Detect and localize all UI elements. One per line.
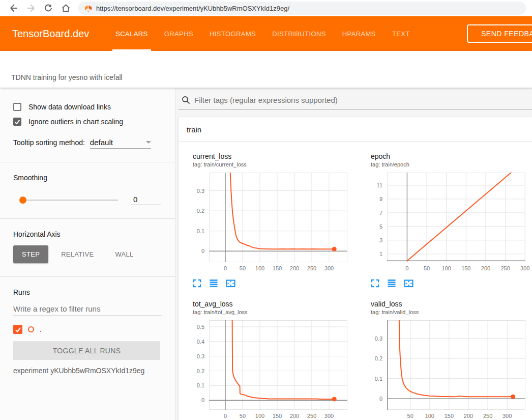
tab-text[interactable]: TEXT bbox=[384, 16, 418, 51]
y-tick-label: 0.1 bbox=[375, 376, 382, 382]
x-tick-label: 250 bbox=[307, 265, 316, 271]
x-tick-label: 50 bbox=[407, 413, 413, 419]
horizontal-axis-buttons: STEPRELATIVEWALL bbox=[13, 245, 161, 263]
smoothing-slider[interactable] bbox=[20, 200, 118, 201]
filter-tags-input[interactable] bbox=[194, 96, 532, 104]
experiment-header: TDNN training for yesno with icefall bbox=[0, 51, 532, 88]
show-download-links-checkbox[interactable] bbox=[13, 103, 21, 111]
run-name: . bbox=[40, 326, 42, 333]
x-tick-label: 0 bbox=[405, 265, 408, 271]
check-icon bbox=[14, 119, 20, 125]
filter-tags-row bbox=[179, 88, 532, 109]
y-tick-label: 0.2 bbox=[197, 208, 204, 214]
y-tick-label: 1 bbox=[379, 251, 382, 257]
home-icon[interactable] bbox=[59, 2, 72, 15]
tab-histograms[interactable]: HISTOGRAMS bbox=[201, 16, 264, 51]
x-tick-label: 150 bbox=[445, 413, 454, 419]
x-tick-label: 0 bbox=[224, 265, 227, 271]
last-point-dot bbox=[332, 397, 337, 401]
ignore-outliers-checkbox-row[interactable]: Ignore outliers in chart scaling bbox=[13, 118, 161, 126]
back-icon[interactable] bbox=[7, 2, 20, 15]
y-tick-label: 0.2 bbox=[197, 368, 204, 374]
settings-sidebar: Show data download links Ignore outliers… bbox=[0, 88, 175, 420]
fit-domain-icon[interactable] bbox=[226, 279, 235, 288]
toggle-y-axis-icon[interactable] bbox=[209, 279, 218, 288]
toggle-y-axis-icon[interactable] bbox=[387, 279, 396, 288]
chart-plot[interactable]: 5010015020025030000.10.20.3 bbox=[364, 318, 532, 420]
divider bbox=[0, 218, 175, 219]
last-point-dot bbox=[332, 247, 337, 251]
run-row: . bbox=[13, 325, 161, 334]
x-tick-label: 100 bbox=[425, 413, 434, 419]
axis-button-relative[interactable]: RELATIVE bbox=[52, 245, 102, 263]
x-tick-label: 250 bbox=[483, 413, 492, 419]
experiment-id-label: experiment yKUbhb5wRmOSXYkId1z9eg bbox=[13, 367, 161, 375]
chart-tag: tag: train/epoch bbox=[371, 161, 532, 167]
browser-toolbar: https://tensorboard.dev/experiment/yKUbh… bbox=[0, 0, 532, 16]
smoothing-slider-row: 0 bbox=[13, 195, 161, 205]
search-icon bbox=[182, 96, 190, 104]
url-text: https://tensorboard.dev/experiment/yKUbh… bbox=[96, 5, 289, 12]
run-list: . bbox=[13, 325, 161, 334]
main-content: train current_losstag: train/current_los… bbox=[175, 88, 532, 420]
y-tick-label: 0.5 bbox=[197, 324, 204, 330]
tooltip-sorting-row: Tooltip sorting method: default bbox=[13, 138, 161, 149]
x-tick-label: 300 bbox=[503, 413, 512, 419]
runs-filter-input[interactable] bbox=[13, 304, 162, 316]
tab-graphs[interactable]: GRAPHS bbox=[156, 16, 201, 51]
expand-chart-icon[interactable] bbox=[193, 279, 201, 288]
run-line bbox=[407, 171, 530, 261]
x-tick-label: 300 bbox=[520, 265, 529, 271]
toggle-all-runs-button[interactable]: TOGGLE ALL RUNS bbox=[13, 341, 160, 360]
tag-group-header[interactable]: train bbox=[179, 117, 532, 142]
divider bbox=[0, 276, 175, 277]
axis-button-step[interactable]: STEP bbox=[13, 245, 48, 263]
tab-hparams[interactable]: HPARAMS bbox=[334, 16, 384, 51]
nav-tabs: SCALARSGRAPHSHISTOGRAMSDISTRIBUTIONSHPAR… bbox=[107, 16, 418, 51]
charts-grid: current_losstag: train/current_loss05010… bbox=[179, 142, 532, 420]
expand-chart-icon[interactable] bbox=[371, 279, 379, 288]
chart-title: current_loss bbox=[193, 152, 354, 160]
y-tick-label: 0.1 bbox=[197, 382, 204, 388]
address-bar[interactable]: https://tensorboard.dev/experiment/yKUbh… bbox=[78, 2, 526, 15]
x-tick-label: 50 bbox=[240, 413, 246, 419]
x-tick-label: 300 bbox=[324, 413, 334, 419]
y-tick-label: 5 bbox=[379, 223, 382, 230]
chart-card-tot_avg_loss: tot_avg_losstag: train/tot_avg_loss05010… bbox=[186, 300, 354, 420]
forward-icon[interactable] bbox=[24, 2, 38, 15]
run-checkbox[interactable] bbox=[13, 325, 22, 334]
smoothing-value-input[interactable]: 0 bbox=[131, 195, 161, 205]
fit-domain-icon[interactable] bbox=[404, 279, 413, 288]
smoothing-slider-thumb[interactable] bbox=[19, 197, 26, 204]
show-download-links-checkbox-row[interactable]: Show data download links bbox=[13, 103, 161, 111]
ignore-outliers-label: Ignore outliers in chart scaling bbox=[28, 118, 123, 126]
x-tick-label: 100 bbox=[442, 265, 451, 271]
tooltip-sorting-select[interactable]: default bbox=[90, 138, 151, 149]
show-download-links-label: Show data download links bbox=[28, 103, 111, 111]
tab-distributions[interactable]: DISTRIBUTIONS bbox=[264, 16, 334, 51]
x-tick-label: 200 bbox=[464, 413, 473, 419]
chart-plot[interactable]: 05010015020025030000.10.20.3 bbox=[186, 171, 354, 273]
x-tick-label: 250 bbox=[307, 413, 316, 419]
x-tick-label: 200 bbox=[290, 265, 299, 271]
chart-tag: tag: train/valid_loss bbox=[371, 309, 532, 315]
chevron-down-icon bbox=[146, 141, 151, 144]
reload-icon[interactable] bbox=[42, 2, 55, 15]
send-feedback-button[interactable]: SEND FEEDBACK bbox=[467, 24, 532, 43]
chart-plot[interactable]: 0501001502002503001357911 bbox=[364, 171, 532, 273]
x-tick-label: 50 bbox=[424, 265, 430, 271]
chart-plot[interactable]: 05010015020025030000.10.20.30.40.5 bbox=[186, 318, 354, 420]
y-tick-label: 0.2 bbox=[375, 355, 382, 361]
tag-group-card: train current_losstag: train/current_los… bbox=[179, 117, 532, 420]
y-tick-label: 0.3 bbox=[375, 335, 382, 342]
x-tick-label: 300 bbox=[324, 265, 334, 271]
chart-tag: tag: train/tot_avg_loss bbox=[193, 309, 354, 315]
chart-toolbar bbox=[371, 279, 532, 288]
app-header: TensorBoard.dev SCALARSGRAPHSHISTOGRAMSD… bbox=[0, 16, 532, 51]
tab-scalars[interactable]: SCALARS bbox=[107, 16, 156, 51]
y-tick-label: 9 bbox=[379, 196, 382, 202]
run-line bbox=[232, 318, 335, 399]
y-tick-label: 0 bbox=[201, 248, 204, 254]
ignore-outliers-checkbox[interactable] bbox=[13, 118, 21, 126]
axis-button-wall[interactable]: WALL bbox=[106, 245, 142, 263]
